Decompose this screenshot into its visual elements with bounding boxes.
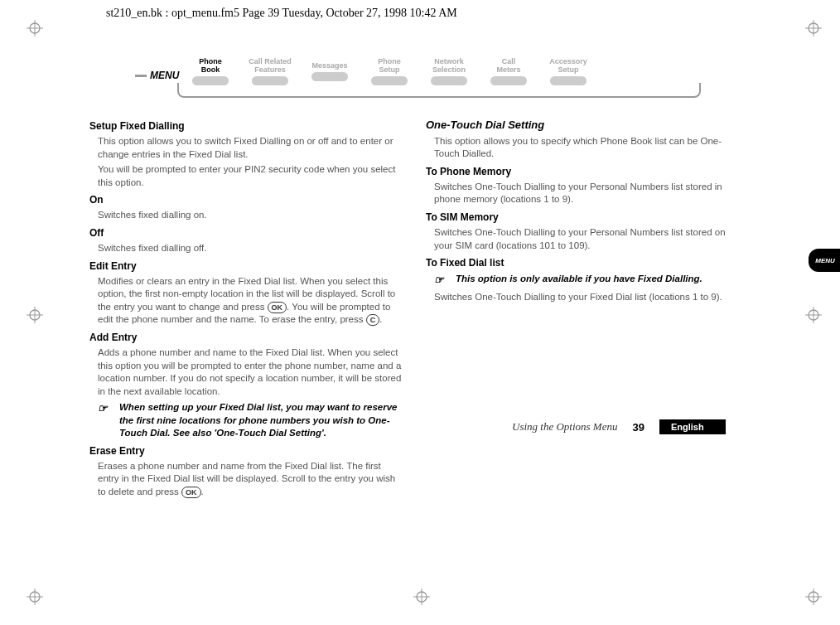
menu-tab: PhoneBook — [181, 58, 240, 75]
running-head: Using the Options Menu — [512, 420, 617, 434]
language-box: English — [659, 419, 726, 434]
menu-label-text: MENU — [150, 70, 179, 81]
menu-bar: MENU PhoneBookCall RelatedFeaturesMessag… — [135, 58, 752, 108]
heading-one-touch-dial: One-Touch Dial Setting — [426, 118, 739, 133]
body-text: This option allows you to specify which … — [434, 135, 739, 161]
body-text: Switches fixed dialling on. — [98, 209, 403, 222]
crop-mark-icon — [25, 587, 45, 607]
menu-tab: CallMeters — [479, 58, 538, 75]
page-footer: Using the Options Menu 39 English — [512, 419, 752, 434]
body-text: Modifies or clears an entry in the Fixed… — [98, 275, 403, 327]
menu-tab: AccessorySetup — [538, 58, 598, 75]
body-text: Adds a phone number and name to the Fixe… — [98, 346, 403, 398]
note-text: When setting up your Fixed Dial list, yo… — [119, 401, 403, 440]
note-text: This option is only available if you hav… — [456, 273, 702, 288]
heading-edit-entry: Edit Entry — [89, 259, 403, 273]
heading-to-fixed-dial-list: To Fixed Dial list — [426, 256, 739, 269]
note: ☞ When setting up your Fixed Dial list, … — [98, 401, 403, 440]
note: ☞ This option is only available if you h… — [434, 273, 739, 288]
heading-to-phone-memory: To Phone Memory — [426, 165, 739, 178]
body-text: Switches fixed dialling off. — [98, 242, 403, 255]
menu-tab: NetworkSelection — [419, 58, 479, 75]
body-text: Switches One-Touch Dialling to your Fixe… — [434, 291, 739, 304]
heading-add-entry: Add Entry — [89, 331, 403, 344]
ok-key-icon: OK — [181, 487, 201, 498]
crop-mark-icon — [25, 305, 45, 325]
body-text: This option allows you to switch Fixed D… — [98, 135, 403, 161]
heading-to-sim-memory: To SIM Memory — [426, 211, 739, 224]
body-text: Erases a phone number and name from the … — [98, 460, 403, 499]
left-column: Setup Fixed Dialling This option allows … — [89, 114, 403, 501]
page-content: MENU PhoneBookCall RelatedFeaturesMessag… — [89, 58, 752, 501]
crop-mark-icon — [804, 18, 823, 38]
menu-bracket — [177, 83, 701, 98]
body-text: Switches One-Touch Dialling to your Pers… — [434, 226, 739, 252]
menu-pill-icon — [311, 72, 348, 81]
body-text: Switches One-Touch Dialling to your Pers… — [434, 181, 739, 206]
ok-key-icon: OK — [268, 302, 287, 313]
menu-label: MENU — [135, 70, 179, 81]
crop-mark-icon — [804, 305, 823, 325]
page-number: 39 — [632, 421, 644, 434]
crop-mark-icon — [25, 18, 45, 38]
crop-mark-icon — [412, 587, 432, 607]
heading-erase-entry: Erase Entry — [89, 444, 403, 458]
menu-tab: Messages — [300, 62, 360, 70]
body-text: You will be prompted to enter your PIN2 … — [98, 163, 403, 189]
side-menu-tab: MENU — [809, 249, 840, 272]
heading-off: Off — [89, 226, 403, 240]
right-column: One-Touch Dial Setting This option allow… — [426, 114, 739, 501]
hand-note-icon: ☞ — [434, 273, 451, 288]
heading-on: On — [89, 193, 403, 206]
menu-tab: Call RelatedFeatures — [240, 58, 300, 75]
header-meta: st210_en.bk : opt_menu.fm5 Page 39 Tuesd… — [106, 7, 457, 20]
hand-note-icon: ☞ — [98, 401, 114, 440]
heading-setup-fixed-dialling: Setup Fixed Dialling — [89, 119, 403, 133]
crop-mark-icon — [804, 587, 823, 607]
menu-tab: PhoneSetup — [360, 58, 419, 75]
menu-bar-icon — [135, 75, 147, 77]
c-key-icon: C — [366, 314, 380, 326]
